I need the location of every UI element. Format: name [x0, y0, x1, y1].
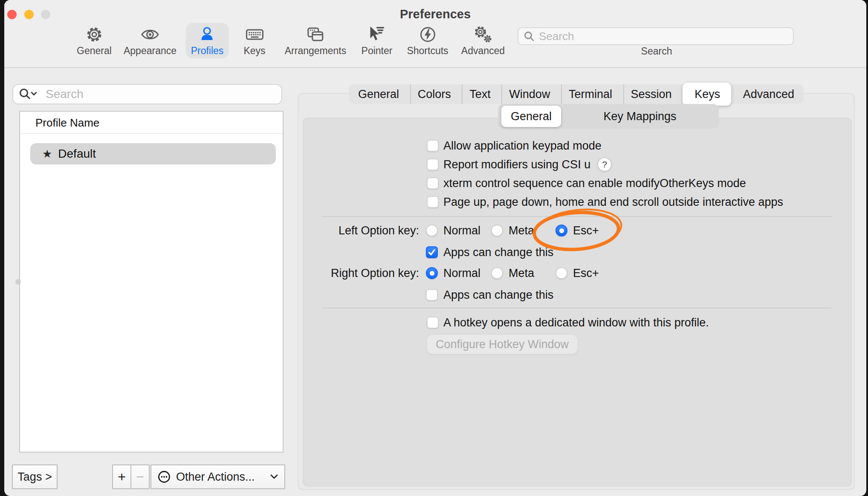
checkbox-modify-other-keys[interactable] — [427, 177, 439, 189]
subtab-general[interactable]: General — [501, 106, 561, 127]
check-icon — [427, 248, 437, 257]
windows-stack-icon — [306, 25, 325, 44]
configure-hotkey-window-button[interactable]: Configure Hotkey Window — [426, 334, 578, 355]
tab-window[interactable]: Window — [501, 84, 557, 104]
add-profile-button[interactable]: + — [112, 464, 131, 489]
toolbar-search-input[interactable] — [539, 30, 788, 43]
left-option-key-row: Left Option key: Normal Meta Esc+ — [4, 221, 866, 240]
toolbar-item-keys[interactable]: Keys — [238, 23, 270, 58]
minus-icon: − — [136, 469, 144, 485]
preferences-window: Preferences General Appearance — [4, 0, 866, 496]
checkbox-allow-keypad[interactable] — [427, 140, 439, 152]
tab-terminal[interactable]: Terminal — [561, 84, 619, 104]
tab-session[interactable]: Session — [623, 84, 679, 104]
configure-hotkey-label: Configure Hotkey Window — [436, 338, 569, 351]
radio-label: Normal — [443, 267, 480, 280]
checkbox-page-scroll[interactable] — [427, 196, 439, 208]
eye-icon — [141, 25, 159, 44]
checkbox-label: Allow application keypad mode — [443, 139, 602, 153]
tab-keys[interactable]: Keys — [683, 83, 731, 106]
checkbox-label: xterm control sequence can enable modify… — [443, 177, 746, 190]
checkbox-label: Apps can change this — [443, 288, 553, 302]
checkbox-label: Page up, page down, home and end scroll … — [443, 196, 783, 209]
tab-text[interactable]: Text — [462, 84, 498, 104]
remove-profile-button: − — [130, 464, 150, 489]
toolbar-label: Pointer — [362, 45, 393, 57]
section-divider — [322, 216, 831, 217]
radio-label: Meta — [509, 267, 534, 280]
radio-label: Meta — [509, 224, 534, 237]
toolbar-item-arrangements[interactable]: Arrangements — [280, 23, 351, 58]
tab-colors[interactable]: Colors — [410, 84, 458, 104]
checkbox-label: Report modifiers using CSI u — [443, 158, 590, 171]
toolbar-search-caption: Search — [641, 46, 672, 57]
radio-left-option-normal[interactable] — [426, 225, 438, 236]
toolbar-item-pointer[interactable]: Pointer — [356, 23, 398, 58]
search-chevron-icon — [18, 88, 41, 101]
search-icon — [524, 31, 535, 42]
radio-label: Normal — [443, 224, 480, 237]
profile-search-input[interactable] — [46, 87, 276, 101]
radio-right-option-normal[interactable] — [426, 267, 438, 279]
checkbox-row-page-scroll[interactable]: Page up, page down, home and end scroll … — [4, 193, 866, 211]
radio-label: Esc+ — [573, 224, 599, 237]
checkbox-label: Apps can change this — [443, 246, 553, 259]
tags-button-label: Tags > — [17, 470, 52, 484]
profile-search-field[interactable] — [12, 84, 282, 104]
toolbar-item-general[interactable]: General — [72, 23, 117, 58]
radio-label: Esc+ — [573, 267, 599, 280]
checkbox-row-keypad-mode[interactable]: Allow application keypad mode — [4, 136, 866, 155]
radio-left-option-meta[interactable] — [491, 225, 503, 236]
radio-right-option-esc[interactable] — [556, 267, 567, 279]
checkbox-left-apps-can-change[interactable] — [426, 246, 438, 258]
toolbar-item-appearance[interactable]: Appearance — [119, 23, 182, 58]
person-icon — [198, 25, 217, 44]
checkbox-right-apps-can-change[interactable] — [426, 289, 438, 301]
plus-icon: + — [118, 469, 126, 485]
radio-right-option-meta[interactable] — [491, 267, 503, 279]
toolbar-search-field[interactable] — [518, 27, 794, 45]
other-actions-dropdown[interactable]: Other Actions... — [150, 464, 285, 489]
toolbar-label: Arrangements — [285, 45, 346, 57]
profile-list-header: Profile Name — [20, 112, 283, 134]
keyboard-icon — [245, 25, 264, 44]
checkbox-row-csi-u[interactable]: Report modifiers using CSI u ? — [4, 155, 866, 174]
toolbar-label: Profiles — [191, 45, 224, 57]
left-option-key-label: Left Option key: — [283, 221, 419, 240]
tab-advanced[interactable]: Advanced — [735, 84, 801, 104]
toolbar-label: Keys — [243, 45, 265, 57]
toolbar-item-profiles[interactable]: Profiles — [186, 23, 229, 58]
toolbar-label: Shortcuts — [407, 45, 448, 57]
lightning-bolt-icon — [418, 25, 437, 44]
radio-left-option-esc[interactable] — [556, 225, 567, 236]
toolbar-label: General — [77, 45, 112, 57]
toolbar-label: Advanced — [461, 45, 505, 57]
cursor-icon — [367, 25, 386, 44]
profile-tab-bar: General Colors Text Window Terminal Sess… — [349, 84, 804, 104]
toolbar-region: Preferences General Appearance — [4, 0, 866, 68]
tab-general[interactable]: General — [351, 84, 406, 104]
chevron-down-icon — [270, 474, 278, 480]
toolbar-label: Appearance — [124, 45, 176, 57]
tags-button[interactable]: Tags > — [12, 464, 58, 489]
right-apps-can-change-row[interactable]: Apps can change this — [4, 285, 866, 304]
hotkey-checkbox-row[interactable]: A hotkey opens a dedicated window with t… — [4, 313, 866, 332]
help-button[interactable]: ? — [597, 157, 612, 172]
toolbar-item-advanced[interactable]: Advanced — [456, 23, 510, 58]
help-glyph: ? — [602, 159, 607, 170]
left-apps-can-change-row[interactable]: Apps can change this — [4, 243, 866, 262]
toolbar-item-shortcuts[interactable]: Shortcuts — [402, 23, 453, 58]
circled-ellipsis-icon — [157, 470, 171, 484]
window-title: Preferences — [4, 7, 866, 21]
subtab-key-mappings[interactable]: Key Mappings — [561, 104, 719, 129]
right-option-key-row: Right Option key: Normal Meta Esc+ — [4, 264, 866, 283]
checkbox-row-modify-other-keys[interactable]: xterm control sequence can enable modify… — [4, 174, 866, 193]
gear-icon — [85, 25, 104, 44]
gears-icon — [474, 25, 492, 44]
checkbox-csi-u[interactable] — [427, 159, 439, 170]
keys-subtab-bar: General Key Mappings — [498, 104, 719, 129]
checkbox-label: A hotkey opens a dedicated window with t… — [443, 316, 709, 329]
section-divider — [322, 308, 831, 309]
right-option-key-label: Right Option key: — [283, 264, 419, 283]
checkbox-hotkey-window[interactable] — [427, 317, 439, 329]
